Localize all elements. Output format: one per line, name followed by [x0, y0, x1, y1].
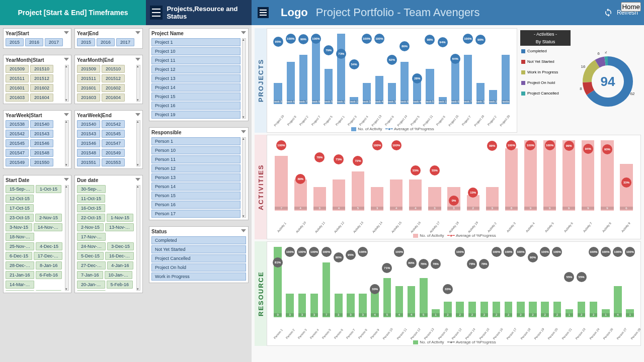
slicer-option[interactable]: 201546: [30, 139, 53, 147]
slicer-option[interactable]: 17-Nov-…: [77, 233, 106, 241]
slicer-option[interactable]: 2-Nov-15: [35, 214, 62, 222]
slicer-option[interactable]: Project 11: [151, 56, 240, 64]
activities-chart[interactable]: 7100%439%378%475%572%3100%4100%455%355%3…: [267, 135, 641, 239]
slicer-yearmonth-start[interactable]: YearMonth|Start 201509201510201511201512…: [3, 55, 71, 104]
slicer-option[interactable]: 11-Oct-15: [77, 195, 105, 203]
filter-icon[interactable]: [64, 178, 69, 183]
slicer-option[interactable]: 2016: [97, 38, 115, 46]
slicer-option[interactable]: Person 1: [151, 137, 240, 145]
slicer-option[interactable]: 201545: [6, 139, 29, 147]
scrollbar[interactable]: [65, 185, 69, 291]
slicer-option[interactable]: 201547: [6, 149, 29, 157]
slicer-option[interactable]: Project Cancelled: [151, 254, 246, 262]
slicer-option[interactable]: Project 15: [151, 93, 240, 101]
slicer-option[interactable]: 201538: [6, 120, 29, 128]
slicer-option[interactable]: 16-Dec-…: [105, 252, 134, 260]
slicer-option[interactable]: 1-Oct-15: [36, 185, 61, 193]
slicer-option[interactable]: 201545: [102, 130, 125, 138]
slicer-option[interactable]: 201509: [77, 65, 100, 73]
slicer-option[interactable]: 2017: [45, 38, 63, 46]
slicer-option[interactable]: Project 10: [151, 47, 240, 55]
slicer-option[interactable]: 4-Jan-16: [107, 261, 133, 269]
slicer-option[interactable]: 25-Mar-…: [6, 290, 34, 291]
scrollbar[interactable]: [242, 38, 246, 119]
filter-icon[interactable]: [135, 113, 140, 118]
slicer-option[interactable]: 13-Nov-…: [105, 223, 134, 231]
slicer-option[interactable]: Project 13: [151, 74, 240, 82]
slicer-option[interactable]: 201550: [30, 158, 53, 166]
filter-icon[interactable]: [135, 58, 140, 63]
slicer-option[interactable]: 201604: [30, 94, 53, 102]
slicer-option[interactable]: 5-Apr-16: [36, 290, 61, 291]
slicer-option[interactable]: 201510: [102, 65, 125, 73]
slicer-option[interactable]: 201601: [6, 84, 29, 92]
filter-icon[interactable]: [64, 58, 69, 63]
slicer-option[interactable]: 25-Nov-…: [6, 242, 34, 250]
scrollbar[interactable]: [136, 185, 140, 291]
slicer-due-date[interactable]: Due date 30-Sep-…11-Oct-1516-Oct-1522-Oc…: [74, 175, 143, 293]
slicer-yearweek-start[interactable]: YearWeek|Start 2015382015402015422015432…: [3, 110, 71, 169]
slicer-option[interactable]: 201548: [77, 149, 100, 157]
slicer-option[interactable]: Work in Progress: [151, 273, 246, 281]
slicer-option[interactable]: 3-Nov-15: [6, 223, 32, 231]
slicer-option[interactable]: Person 12: [151, 164, 240, 172]
slicer-option[interactable]: 201540: [77, 120, 100, 128]
slicer-option[interactable]: Person 17: [151, 210, 240, 218]
slicer-option[interactable]: 8-Jan-16: [36, 261, 62, 269]
slicer-option[interactable]: 5-Dec-15: [77, 252, 104, 260]
slicer-option[interactable]: Person 16: [151, 201, 240, 209]
slicer-option[interactable]: 17-Oct-15: [6, 204, 34, 212]
slicer-option[interactable]: 3-Dec-15: [107, 242, 134, 250]
slicer-option[interactable]: 12-Oct-15: [6, 195, 34, 203]
slicer-option[interactable]: 2017: [116, 38, 134, 46]
slicer-option[interactable]: 7-Jan-16: [77, 271, 103, 279]
home-button[interactable]: Home: [621, 2, 641, 12]
scrollbar[interactable]: [136, 120, 140, 166]
resource-chart[interactable]: 981%3100%3100%3100%7100%390%395%3100%433…: [267, 241, 641, 346]
slicer-yearmonth-end[interactable]: YearMonth|End 20150920151020151120151220…: [74, 55, 143, 104]
slicer-year-end[interactable]: Year|End 201520162017: [74, 28, 143, 49]
slicer-project-name[interactable]: Project Name Project 1Project 10Project …: [149, 28, 249, 121]
slicer-option[interactable]: 201548: [30, 149, 53, 157]
slicer-option[interactable]: 201603: [6, 94, 29, 102]
donut-chart[interactable]: 6281662 94: [575, 30, 641, 133]
slicer-option[interactable]: 21-Feb-…: [77, 290, 106, 291]
slicer-option[interactable]: 201543: [30, 130, 53, 138]
slicer-option[interactable]: 201542: [6, 130, 29, 138]
slicer-option[interactable]: 10-Jan-…: [105, 271, 133, 279]
hamburger-icon[interactable]: [258, 7, 269, 18]
slicer-option[interactable]: 21-Jan-16: [6, 271, 34, 279]
filter-icon[interactable]: [241, 229, 246, 234]
filter-icon[interactable]: [241, 130, 246, 135]
slicer-option[interactable]: 201540: [30, 120, 53, 128]
slicer-option[interactable]: 201512: [102, 74, 125, 82]
slicer-start-date[interactable]: Start Date 15-Sep-…1-Oct-1512-Oct-1517-O…: [3, 175, 71, 293]
hamburger-icon[interactable]: [150, 6, 163, 20]
slicer-status[interactable]: Status CompletedNot Yet StartedProject C…: [149, 226, 249, 283]
slicer-option[interactable]: 14-Mar-…: [6, 281, 34, 289]
slicer-option[interactable]: 6-Dec-15: [6, 252, 32, 260]
slicer-option[interactable]: 2016: [25, 38, 43, 46]
slicer-option[interactable]: 201547: [102, 139, 125, 147]
slicer-option[interactable]: Not Yet Started: [151, 245, 246, 253]
slicer-option[interactable]: 28-Dec-…: [6, 261, 34, 269]
slicer-option[interactable]: 23-Oct-15: [6, 214, 34, 222]
slicer-option[interactable]: 201543: [77, 130, 100, 138]
slicer-option[interactable]: 201546: [77, 139, 100, 147]
slicer-year-start[interactable]: Year|Start 201520162017: [3, 28, 71, 49]
slicer-option[interactable]: Project 1: [151, 38, 240, 46]
slicer-option[interactable]: 201553: [102, 158, 125, 166]
filter-icon[interactable]: [64, 31, 69, 36]
slicer-option[interactable]: 22-Oct-15: [77, 214, 105, 222]
slicer-option[interactable]: 201549: [6, 158, 29, 166]
slicer-option[interactable]: Project 16: [151, 102, 240, 110]
slicer-option[interactable]: 6-Feb-16: [36, 271, 62, 279]
slicer-option[interactable]: Person 11: [151, 155, 240, 163]
scrollbar[interactable]: [242, 137, 246, 218]
slicer-option[interactable]: 17-Dec-…: [34, 252, 62, 260]
filter-icon[interactable]: [241, 31, 246, 36]
slicer-option[interactable]: 18-Nov-…: [6, 233, 34, 241]
slicer-option[interactable]: 201604: [102, 94, 125, 102]
slicer-option[interactable]: 1-Nov-15: [107, 214, 133, 222]
slicer-option[interactable]: 5-Feb-16: [107, 281, 133, 289]
